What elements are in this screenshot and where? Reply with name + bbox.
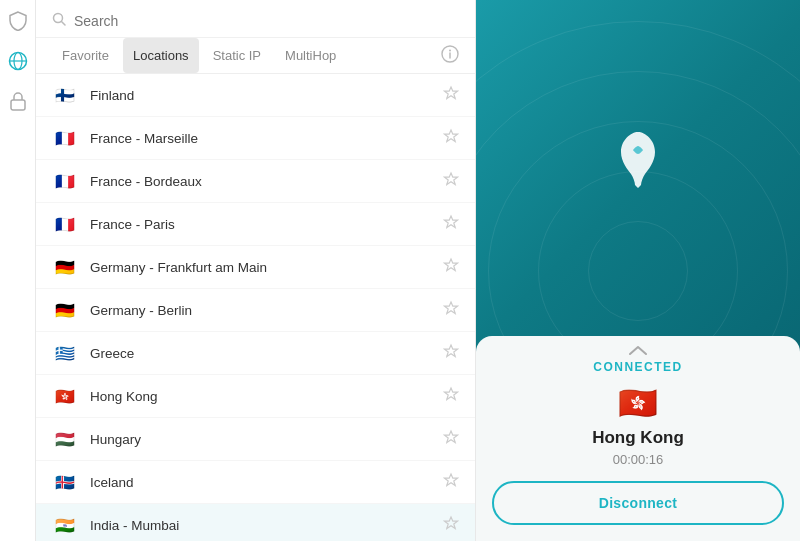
flag-icon: 🇫🇷 — [52, 129, 78, 147]
list-item[interactable]: 🇫🇷France - Marseille — [36, 117, 475, 160]
favorite-star-icon[interactable] — [443, 300, 459, 320]
favorite-star-icon[interactable] — [443, 386, 459, 406]
list-item[interactable]: 🇫🇮Finland — [36, 74, 475, 117]
surfshark-logo — [613, 130, 663, 194]
tab-favorite[interactable]: Favorite — [52, 38, 119, 73]
location-list: 🇫🇮Finland🇫🇷France - Marseille🇫🇷France - … — [36, 74, 475, 541]
search-input[interactable] — [74, 13, 459, 29]
list-item[interactable]: 🇭🇺Hungary — [36, 418, 475, 461]
search-icon — [52, 12, 66, 29]
tab-static-ip[interactable]: Static IP — [203, 38, 271, 73]
svg-line-5 — [62, 22, 66, 26]
connected-time: 00:00:16 — [613, 452, 664, 467]
flag-icon: 🇮🇸 — [52, 473, 78, 491]
list-item[interactable]: 🇩🇪Germany - Berlin — [36, 289, 475, 332]
list-item[interactable]: 🇮🇸Iceland — [36, 461, 475, 504]
list-item[interactable]: 🇮🇳India - Mumbai — [36, 504, 475, 541]
svg-rect-3 — [11, 100, 25, 110]
flag-icon: 🇫🇮 — [52, 86, 78, 104]
list-item[interactable]: 🇭🇰Hong Kong — [36, 375, 475, 418]
shield-icon[interactable] — [7, 10, 29, 32]
flag-icon: 🇩🇪 — [52, 258, 78, 276]
location-name: Germany - Frankfurt am Main — [90, 260, 443, 275]
location-name: Greece — [90, 346, 443, 361]
flag-icon: 🇬🇷 — [52, 344, 78, 362]
tabs: Favorite Locations Static IP MultiHop — [36, 38, 475, 74]
search-bar — [36, 0, 475, 38]
favorite-star-icon[interactable] — [443, 515, 459, 535]
location-name: France - Marseille — [90, 131, 443, 146]
info-icon[interactable] — [441, 45, 459, 67]
list-item[interactable]: 🇫🇷France - Paris — [36, 203, 475, 246]
connected-status: CONNECTED — [593, 360, 683, 374]
flag-icon: 🇩🇪 — [52, 301, 78, 319]
tab-multihop[interactable]: MultiHop — [275, 38, 346, 73]
svg-point-8 — [449, 49, 451, 51]
favorite-star-icon[interactable] — [443, 429, 459, 449]
flag-icon: 🇫🇷 — [52, 215, 78, 233]
favorite-star-icon[interactable] — [443, 343, 459, 363]
list-item[interactable]: 🇩🇪Germany - Frankfurt am Main — [36, 246, 475, 289]
location-panel: Favorite Locations Static IP MultiHop 🇫🇮… — [36, 0, 476, 541]
favorite-star-icon[interactable] — [443, 128, 459, 148]
flag-icon: 🇮🇳 — [52, 516, 78, 534]
favorite-star-icon[interactable] — [443, 85, 459, 105]
favorite-star-icon[interactable] — [443, 257, 459, 277]
list-item[interactable]: 🇬🇷Greece — [36, 332, 475, 375]
flag-icon: 🇫🇷 — [52, 172, 78, 190]
location-name: France - Bordeaux — [90, 174, 443, 189]
location-name: Finland — [90, 88, 443, 103]
flag-icon: 🇭🇺 — [52, 430, 78, 448]
location-name: India - Mumbai — [90, 518, 443, 533]
location-name: Hungary — [90, 432, 443, 447]
sidebar — [0, 0, 36, 541]
favorite-star-icon[interactable] — [443, 472, 459, 492]
favorite-star-icon[interactable] — [443, 214, 459, 234]
connected-flag: 🇭🇰 — [618, 384, 658, 422]
list-item[interactable]: 🇫🇷France - Bordeaux — [36, 160, 475, 203]
lock-icon[interactable] — [7, 90, 29, 112]
chevron-up-icon[interactable] — [476, 336, 800, 360]
disconnect-button[interactable]: Disconnect — [492, 481, 784, 525]
connected-country: Hong Kong — [592, 428, 684, 448]
tab-locations[interactable]: Locations — [123, 38, 199, 73]
right-panel: CONNECTED 🇭🇰 Hong Kong 00:00:16 Disconne… — [476, 0, 800, 541]
connected-card: CONNECTED 🇭🇰 Hong Kong 00:00:16 Disconne… — [476, 336, 800, 541]
favorite-star-icon[interactable] — [443, 171, 459, 191]
location-name: Iceland — [90, 475, 443, 490]
flag-icon: 🇭🇰 — [52, 387, 78, 405]
location-name: Hong Kong — [90, 389, 443, 404]
globe-icon[interactable] — [7, 50, 29, 72]
location-name: France - Paris — [90, 217, 443, 232]
location-name: Germany - Berlin — [90, 303, 443, 318]
